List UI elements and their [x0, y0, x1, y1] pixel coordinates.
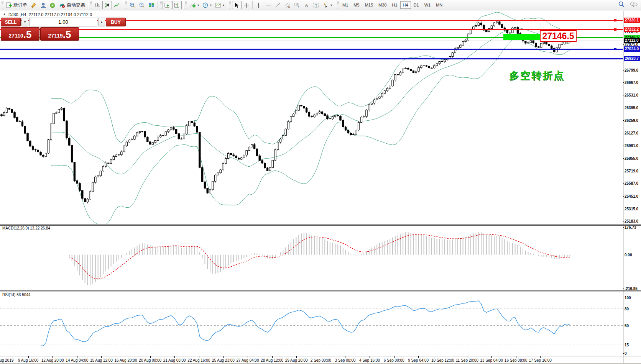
timeframe-button-M5[interactable]: M5: [351, 1, 362, 9]
sell-button[interactable]: SELL: [1, 18, 21, 26]
arrows-caret[interactable]: ▾: [330, 3, 332, 7]
buy-button[interactable]: BUY: [106, 18, 126, 26]
macd-tick: 0.00: [625, 253, 632, 257]
fibonacci-button[interactable]: F: [292, 1, 302, 9]
rsi-tick: 100: [625, 295, 631, 300]
time-label: 25 Aug 23:00: [212, 358, 235, 362]
fibonacci-icon: F: [294, 2, 300, 8]
timeframe-button-H4[interactable]: H4: [400, 1, 411, 9]
autoscroll-icon: [164, 2, 171, 8]
price-callout-label[interactable]: 27146.5: [540, 30, 577, 42]
time-tick: [101, 356, 102, 358]
price-tick: 26531.0: [625, 93, 638, 98]
autoscroll-button[interactable]: [163, 1, 172, 9]
price-tick: 25719.0: [625, 169, 638, 174]
zoom-out-button[interactable]: [137, 1, 147, 9]
timeframe-button-M1[interactable]: M1: [340, 1, 351, 9]
price-tick: 25587.0: [625, 181, 638, 186]
volume-up-button[interactable]: ▲: [98, 18, 105, 26]
eraser-icon: [30, 2, 37, 8]
price-tick: 26667.0: [625, 80, 638, 85]
buy-price-frac: .5: [63, 30, 71, 39]
time-tick: [394, 356, 394, 358]
cursor-button[interactable]: [232, 1, 242, 9]
metaeditor-button[interactable]: [38, 1, 48, 9]
eraser-button[interactable]: [29, 1, 38, 9]
svg-text:F: F: [298, 6, 299, 8]
main-price-pane[interactable]: [0, 11, 623, 224]
macd-pane[interactable]: [0, 226, 623, 290]
signals-button[interactable]: [48, 1, 58, 9]
candlestick-button[interactable]: [102, 1, 112, 9]
text-button[interactable]: A: [302, 1, 311, 9]
timeframe-button-W1[interactable]: W1: [422, 1, 434, 9]
time-label: 14 Aug 04:00: [66, 358, 88, 362]
time-tick: [223, 356, 224, 358]
arrows-button[interactable]: ▾: [321, 1, 334, 9]
timeframe-button-M30[interactable]: M30: [376, 1, 389, 9]
candles-layer: [1, 21, 571, 203]
svg-text:T: T: [315, 3, 317, 7]
cursor-icon: [233, 2, 240, 8]
time-tick: [418, 356, 419, 358]
templates-button[interactable]: ▾: [213, 1, 226, 9]
indicators-button[interactable]: ▾: [188, 1, 201, 9]
price-tick: 26127.0: [625, 131, 638, 136]
price-level-label: 27112.0: [624, 38, 640, 43]
price-tick: 25855.0: [625, 156, 638, 161]
periods-caret[interactable]: ▾: [210, 3, 212, 7]
equidistant-channel-button[interactable]: E: [283, 1, 292, 9]
time-label: 8 Aug 2019: [0, 358, 13, 362]
price-level-label: 26920.7: [624, 56, 640, 61]
horizontal-line-button[interactable]: [263, 1, 273, 9]
price-tick: 26259.0: [625, 118, 638, 123]
time-tick: [345, 356, 345, 358]
time-label: 11 Sep 20:00: [456, 358, 478, 362]
rsi-tick: 80: [625, 307, 629, 312]
time-tick: [272, 356, 273, 358]
time-tick: [370, 356, 370, 358]
equidistant-channel-icon: E: [284, 2, 291, 8]
time-tick: [321, 356, 321, 358]
timeframe-button-D1[interactable]: D1: [411, 1, 422, 9]
search-icon[interactable]: [618, 1, 625, 8]
zoom-in-button[interactable]: [128, 1, 137, 9]
templates-caret[interactable]: ▾: [223, 3, 224, 7]
trendline-button[interactable]: [273, 1, 283, 9]
new-order-button[interactable]: 新订单: [4, 1, 29, 9]
time-tick: [150, 356, 151, 358]
rsi-pane[interactable]: [0, 292, 623, 356]
time-label: 3 Sep 08:00: [335, 358, 355, 362]
bar-chart-button[interactable]: [93, 1, 102, 9]
autotrading-icon: [59, 2, 66, 8]
time-label: 9 Sep 04:00: [408, 358, 429, 362]
periods-button[interactable]: ▾: [201, 1, 213, 9]
time-label: 16 Aug 20:00: [115, 358, 137, 362]
time-label: 9 Aug 16:00: [18, 358, 38, 362]
text-label-icon: T: [313, 2, 319, 8]
time-tick: [443, 356, 443, 358]
vertical-line-button[interactable]: [254, 1, 263, 9]
tile-windows-button[interactable]: [147, 1, 156, 9]
volume-down-button[interactable]: ▼: [21, 18, 28, 26]
buy-price-box[interactable]: 27119 .5: [40, 27, 79, 41]
periods-clock-icon: [202, 2, 209, 8]
line-chart-button[interactable]: [112, 1, 122, 9]
chart-shift-button[interactable]: [172, 1, 182, 9]
turning-point-annotation[interactable]: 多空转折点: [509, 69, 565, 82]
time-label: 12 Aug 20:00: [41, 358, 64, 362]
time-tick: [248, 356, 248, 358]
timeframe-button-M15[interactable]: M15: [362, 1, 376, 9]
indicators-caret[interactable]: ▾: [197, 3, 199, 7]
text-label-button[interactable]: T: [311, 1, 321, 9]
crosshair-button[interactable]: [242, 1, 251, 9]
time-tick: [491, 356, 492, 358]
timeframe-button-MN[interactable]: MN: [433, 1, 445, 9]
timeframe-button-H1[interactable]: H1: [389, 1, 400, 9]
autotrading-button[interactable]: 自动交易: [58, 1, 87, 9]
chat-icon[interactable]: [629, 1, 638, 8]
time-label: 16 Sep 08:00: [505, 358, 528, 362]
sell-price-box[interactable]: 27110 .5: [1, 27, 39, 41]
time-tick: [516, 356, 516, 358]
volume-input[interactable]: [29, 18, 97, 26]
